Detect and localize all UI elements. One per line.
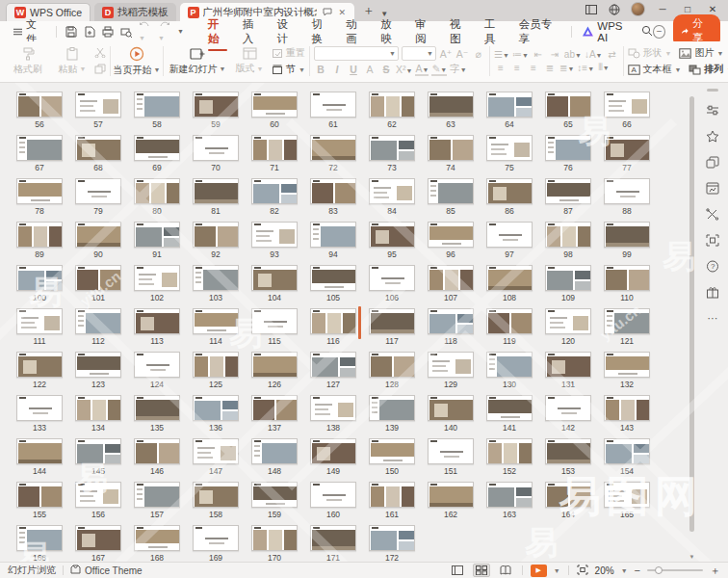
slide-preview-image[interactable] bbox=[428, 482, 474, 508]
slide-preview-image[interactable] bbox=[545, 92, 591, 118]
slide-thumbnail-167[interactable]: 167 bbox=[73, 525, 132, 562]
collapse-ribbon-icon[interactable]: − bbox=[653, 25, 664, 39]
slide-thumbnail-146[interactable]: 146 bbox=[132, 438, 191, 482]
globe-icon[interactable] bbox=[608, 4, 621, 15]
slide-preview-image[interactable] bbox=[369, 265, 415, 291]
user-avatar[interactable] bbox=[631, 2, 645, 16]
slide-thumbnail-157[interactable]: 157 bbox=[132, 482, 191, 525]
slide-thumbnail-151[interactable]: 151 bbox=[426, 438, 484, 482]
arrange-button[interactable]: 排列▼ bbox=[689, 63, 728, 76]
slide-preview-image[interactable] bbox=[193, 308, 239, 334]
slide-thumbnail-79[interactable]: 79 bbox=[73, 178, 132, 222]
slide-thumbnail-156[interactable]: 156 bbox=[73, 482, 132, 525]
vertical-scrollbar[interactable]: ▼ bbox=[689, 83, 695, 562]
slide-thumbnail-120[interactable]: 120 bbox=[543, 308, 602, 352]
slide-thumbnail-107[interactable]: 107 bbox=[426, 265, 484, 308]
slide-preview-image[interactable] bbox=[369, 438, 415, 464]
slide-preview-image[interactable] bbox=[193, 265, 239, 291]
scrollbar-thumb[interactable] bbox=[689, 96, 694, 532]
slide-thumbnail-110[interactable]: 110 bbox=[602, 265, 661, 308]
slide-preview-image[interactable] bbox=[251, 135, 298, 161]
slide-preview-image[interactable] bbox=[545, 482, 591, 508]
slide-thumbnail-171[interactable]: 171 bbox=[308, 525, 367, 562]
slide-preview-image[interactable] bbox=[428, 395, 474, 421]
zoom-slider-knob[interactable] bbox=[655, 566, 663, 574]
slide-thumbnail-119[interactable]: 119 bbox=[484, 308, 543, 352]
slide-preview-image[interactable] bbox=[75, 135, 121, 161]
export-icon[interactable] bbox=[84, 26, 95, 38]
slide-preview-image[interactable] bbox=[310, 178, 356, 204]
slide-preview-image[interactable] bbox=[75, 265, 121, 291]
slide-preview-image[interactable] bbox=[369, 525, 415, 551]
slide-preview-image[interactable] bbox=[75, 92, 121, 118]
slide-preview-image[interactable] bbox=[428, 265, 474, 291]
slide-thumbnail-118[interactable]: 118 bbox=[426, 308, 484, 352]
reading-view-icon[interactable] bbox=[497, 564, 514, 577]
slide-thumbnail-124[interactable]: 124 bbox=[132, 352, 191, 395]
slide-preview-image[interactable] bbox=[604, 395, 650, 421]
slide-sorter-view-icon[interactable] bbox=[473, 564, 490, 577]
slide-thumbnail-86[interactable]: 86 bbox=[484, 178, 543, 222]
slide-preview-image[interactable] bbox=[428, 222, 474, 248]
slide-preview-image[interactable] bbox=[545, 178, 591, 204]
slide-preview-image[interactable] bbox=[134, 265, 180, 291]
slide-thumbnail-90[interactable]: 90 bbox=[73, 222, 132, 265]
slide-thumbnail-135[interactable]: 135 bbox=[132, 395, 191, 438]
slide-thumbnail-91[interactable]: 91 bbox=[132, 222, 191, 265]
slide-preview-image[interactable] bbox=[545, 135, 591, 161]
slide-thumbnail-145[interactable]: 145 bbox=[73, 438, 132, 482]
slide-preview-image[interactable] bbox=[486, 222, 533, 248]
slide-preview-image[interactable] bbox=[369, 178, 415, 204]
slide-thumbnail-149[interactable]: 149 bbox=[308, 438, 367, 482]
slide-preview-image[interactable] bbox=[16, 308, 63, 334]
help-icon[interactable]: ? bbox=[705, 258, 720, 274]
slide-thumbnail-73[interactable]: 73 bbox=[367, 135, 426, 178]
slide-thumbnail-89[interactable]: 89 bbox=[14, 222, 73, 265]
slide-thumbnail-59[interactable]: 59 bbox=[191, 92, 249, 135]
slide-thumbnail-127[interactable]: 127 bbox=[308, 352, 367, 395]
menu-tab-transitions[interactable]: 切换 bbox=[304, 15, 337, 48]
slide-preview-image[interactable] bbox=[193, 352, 239, 378]
menu-tab-insert[interactable]: 插入 bbox=[236, 15, 269, 48]
slide-thumbnail-133[interactable]: 133 bbox=[14, 395, 73, 438]
slide-thumbnail-97[interactable]: 97 bbox=[484, 222, 543, 265]
slide-preview-image[interactable] bbox=[604, 178, 650, 204]
slide-thumbnail-161[interactable]: 161 bbox=[367, 482, 426, 525]
slide-thumbnail-63[interactable]: 63 bbox=[426, 92, 484, 135]
slide-thumbnail-96[interactable]: 96 bbox=[426, 222, 484, 265]
slide-preview-image[interactable] bbox=[545, 265, 591, 291]
slide-preview-image[interactable] bbox=[486, 308, 533, 334]
picture-button[interactable]: 图片▼ bbox=[679, 46, 723, 60]
slide-preview-image[interactable] bbox=[193, 92, 239, 118]
menu-tab-animation[interactable]: 动画 bbox=[339, 15, 372, 48]
slide-preview-image[interactable] bbox=[486, 178, 533, 204]
slide-thumbnail-68[interactable]: 68 bbox=[73, 135, 132, 178]
slide-preview-image[interactable] bbox=[75, 395, 121, 421]
slide-preview-image[interactable] bbox=[428, 135, 474, 161]
slide-preview-image[interactable] bbox=[251, 222, 298, 248]
slide-thumbnail-83[interactable]: 83 bbox=[308, 178, 367, 222]
slide-preview-image[interactable] bbox=[310, 395, 356, 421]
slide-thumbnail-163[interactable]: 163 bbox=[484, 482, 543, 525]
slide-thumbnail-106[interactable]: 106 bbox=[367, 265, 426, 308]
slide-preview-image[interactable] bbox=[16, 395, 63, 421]
slide-thumbnail-75[interactable]: 75 bbox=[484, 135, 543, 178]
slide-preview-image[interactable] bbox=[75, 525, 121, 551]
slide-thumbnail-131[interactable]: 131 bbox=[543, 352, 602, 395]
slide-thumbnail-58[interactable]: 58 bbox=[132, 92, 191, 135]
slide-thumbnail-122[interactable]: 122 bbox=[14, 352, 73, 395]
slide-preview-image[interactable] bbox=[545, 308, 591, 334]
slide-thumbnail-74[interactable]: 74 bbox=[426, 135, 484, 178]
slide-thumbnail-130[interactable]: 130 bbox=[484, 352, 543, 395]
slide-preview-image[interactable] bbox=[604, 438, 650, 464]
slide-thumbnail-113[interactable]: 113 bbox=[132, 308, 191, 352]
slide-preview-image[interactable] bbox=[428, 178, 474, 204]
slide-preview-image[interactable] bbox=[16, 92, 63, 118]
slide-thumbnail-87[interactable]: 87 bbox=[543, 178, 602, 222]
slide-preview-image[interactable] bbox=[310, 135, 356, 161]
slide-thumbnail-98[interactable]: 98 bbox=[543, 222, 602, 265]
slide-thumbnail-60[interactable]: 60 bbox=[249, 92, 308, 135]
slide-thumbnail-102[interactable]: 102 bbox=[132, 265, 191, 308]
search-icon[interactable] bbox=[641, 25, 653, 39]
slide-thumbnail-150[interactable]: 150 bbox=[367, 438, 426, 482]
